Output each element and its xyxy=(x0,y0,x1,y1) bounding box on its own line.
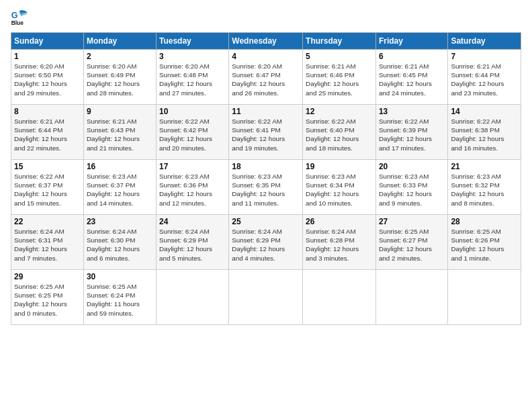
day-info: Sunrise: 6:24 AM Sunset: 6:29 PM Dayligh… xyxy=(232,227,300,263)
day-info: Sunrise: 6:23 AM Sunset: 6:33 PM Dayligh… xyxy=(379,172,445,208)
calendar-cell-day-21: 21Sunrise: 6:23 AM Sunset: 6:32 PM Dayli… xyxy=(448,160,521,215)
day-number: 14 xyxy=(451,107,518,116)
day-info: Sunrise: 6:20 AM Sunset: 6:47 PM Dayligh… xyxy=(232,62,300,97)
calendar-cell-day-25: 25Sunrise: 6:24 AM Sunset: 6:29 PM Dayli… xyxy=(229,215,303,270)
day-info: Sunrise: 6:22 AM Sunset: 6:38 PM Dayligh… xyxy=(451,117,518,152)
day-info: Sunrise: 6:24 AM Sunset: 6:29 PM Dayligh… xyxy=(159,227,226,263)
day-number: 21 xyxy=(451,162,518,171)
day-info: Sunrise: 6:23 AM Sunset: 6:37 PM Dayligh… xyxy=(87,172,153,208)
calendar-cell-day-20: 20Sunrise: 6:23 AM Sunset: 6:33 PM Dayli… xyxy=(375,160,447,215)
calendar-cell-day-7: 7Sunrise: 6:21 AM Sunset: 6:44 PM Daylig… xyxy=(448,50,521,105)
day-number: 18 xyxy=(232,162,300,171)
calendar-header-row: SundayMondayTuesdayWednesdayThursdayFrid… xyxy=(11,33,521,50)
calendar-header-monday: Monday xyxy=(83,33,156,50)
day-info: Sunrise: 6:21 AM Sunset: 6:46 PM Dayligh… xyxy=(306,62,373,97)
svg-text:Blue: Blue xyxy=(11,19,24,26)
day-number: 24 xyxy=(159,217,226,226)
calendar-week-row: 1Sunrise: 6:20 AM Sunset: 6:50 PM Daylig… xyxy=(11,50,521,105)
day-info: Sunrise: 6:24 AM Sunset: 6:31 PM Dayligh… xyxy=(14,227,81,263)
day-info: Sunrise: 6:23 AM Sunset: 6:32 PM Dayligh… xyxy=(451,172,518,208)
day-info: Sunrise: 6:22 AM Sunset: 6:39 PM Dayligh… xyxy=(379,117,445,152)
day-info: Sunrise: 6:22 AM Sunset: 6:41 PM Dayligh… xyxy=(232,117,300,152)
calendar-header-wednesday: Wednesday xyxy=(229,33,303,50)
day-info: Sunrise: 6:22 AM Sunset: 6:42 PM Dayligh… xyxy=(159,117,226,152)
page-container: G Blue SundayMondayTuesdayWednesdayThurs… xyxy=(0,0,532,330)
day-info: Sunrise: 6:21 AM Sunset: 6:45 PM Dayligh… xyxy=(379,62,445,97)
calendar-cell-empty xyxy=(303,270,376,325)
day-info: Sunrise: 6:25 AM Sunset: 6:25 PM Dayligh… xyxy=(14,282,81,318)
day-info: Sunrise: 6:25 AM Sunset: 6:26 PM Dayligh… xyxy=(451,227,518,263)
calendar-cell-day-8: 8Sunrise: 6:21 AM Sunset: 6:44 PM Daylig… xyxy=(11,105,84,160)
day-number: 27 xyxy=(379,217,445,226)
day-number: 19 xyxy=(306,162,373,171)
day-info: Sunrise: 6:23 AM Sunset: 6:35 PM Dayligh… xyxy=(232,172,300,208)
day-number: 2 xyxy=(87,52,153,61)
calendar-cell-day-24: 24Sunrise: 6:24 AM Sunset: 6:29 PM Dayli… xyxy=(156,215,228,270)
day-info: Sunrise: 6:21 AM Sunset: 6:44 PM Dayligh… xyxy=(451,62,518,97)
calendar-cell-day-12: 12Sunrise: 6:22 AM Sunset: 6:40 PM Dayli… xyxy=(303,105,376,160)
day-number: 5 xyxy=(306,52,373,61)
calendar-cell-day-28: 28Sunrise: 6:25 AM Sunset: 6:26 PM Dayli… xyxy=(448,215,521,270)
day-info: Sunrise: 6:20 AM Sunset: 6:49 PM Dayligh… xyxy=(87,62,153,97)
day-number: 11 xyxy=(232,107,300,116)
day-number: 29 xyxy=(14,272,81,281)
calendar-week-row: 22Sunrise: 6:24 AM Sunset: 6:31 PM Dayli… xyxy=(11,215,521,270)
calendar-cell-day-14: 14Sunrise: 6:22 AM Sunset: 6:38 PM Dayli… xyxy=(448,105,521,160)
calendar-cell-day-29: 29Sunrise: 6:25 AM Sunset: 6:25 PM Dayli… xyxy=(11,270,84,325)
day-number: 23 xyxy=(87,217,153,226)
day-number: 20 xyxy=(379,162,445,171)
calendar-cell-day-27: 27Sunrise: 6:25 AM Sunset: 6:27 PM Dayli… xyxy=(375,215,447,270)
day-info: Sunrise: 6:25 AM Sunset: 6:27 PM Dayligh… xyxy=(379,227,445,263)
day-number: 4 xyxy=(232,52,300,61)
calendar-header-sunday: Sunday xyxy=(11,33,84,50)
day-number: 25 xyxy=(232,217,300,226)
day-number: 6 xyxy=(379,52,445,61)
logo-icon: G Blue xyxy=(11,8,30,27)
day-number: 16 xyxy=(87,162,153,171)
day-number: 17 xyxy=(159,162,226,171)
calendar-table: SundayMondayTuesdayWednesdayThursdayFrid… xyxy=(11,32,521,325)
calendar-cell-day-15: 15Sunrise: 6:22 AM Sunset: 6:37 PM Dayli… xyxy=(11,160,84,215)
calendar-cell-day-18: 18Sunrise: 6:23 AM Sunset: 6:35 PM Dayli… xyxy=(229,160,303,215)
calendar-cell-day-2: 2Sunrise: 6:20 AM Sunset: 6:49 PM Daylig… xyxy=(83,50,156,105)
day-number: 30 xyxy=(87,272,153,281)
day-info: Sunrise: 6:23 AM Sunset: 6:36 PM Dayligh… xyxy=(159,172,226,208)
calendar-cell-day-3: 3Sunrise: 6:20 AM Sunset: 6:48 PM Daylig… xyxy=(156,50,228,105)
day-info: Sunrise: 6:22 AM Sunset: 6:40 PM Dayligh… xyxy=(306,117,373,152)
calendar-header-friday: Friday xyxy=(375,33,447,50)
calendar-cell-day-9: 9Sunrise: 6:21 AM Sunset: 6:43 PM Daylig… xyxy=(83,105,156,160)
calendar-week-row: 8Sunrise: 6:21 AM Sunset: 6:44 PM Daylig… xyxy=(11,105,521,160)
calendar-cell-day-5: 5Sunrise: 6:21 AM Sunset: 6:46 PM Daylig… xyxy=(303,50,376,105)
day-number: 7 xyxy=(451,52,518,61)
calendar-cell-empty xyxy=(156,270,228,325)
day-info: Sunrise: 6:21 AM Sunset: 6:44 PM Dayligh… xyxy=(14,117,81,152)
calendar-cell-day-22: 22Sunrise: 6:24 AM Sunset: 6:31 PM Dayli… xyxy=(11,215,84,270)
calendar-cell-day-17: 17Sunrise: 6:23 AM Sunset: 6:36 PM Dayli… xyxy=(156,160,228,215)
day-info: Sunrise: 6:25 AM Sunset: 6:24 PM Dayligh… xyxy=(87,282,153,318)
calendar-cell-day-26: 26Sunrise: 6:24 AM Sunset: 6:28 PM Dayli… xyxy=(303,215,376,270)
calendar-cell-day-10: 10Sunrise: 6:22 AM Sunset: 6:42 PM Dayli… xyxy=(156,105,228,160)
day-info: Sunrise: 6:20 AM Sunset: 6:50 PM Dayligh… xyxy=(14,62,81,97)
day-number: 28 xyxy=(451,217,518,226)
calendar-cell-day-23: 23Sunrise: 6:24 AM Sunset: 6:30 PM Dayli… xyxy=(83,215,156,270)
day-info: Sunrise: 6:20 AM Sunset: 6:48 PM Dayligh… xyxy=(159,62,226,97)
calendar-cell-empty xyxy=(375,270,447,325)
svg-text:G: G xyxy=(11,11,18,20)
calendar-header-tuesday: Tuesday xyxy=(156,33,228,50)
calendar-week-row: 15Sunrise: 6:22 AM Sunset: 6:37 PM Dayli… xyxy=(11,160,521,215)
day-number: 12 xyxy=(306,107,373,116)
day-number: 26 xyxy=(306,217,373,226)
day-info: Sunrise: 6:23 AM Sunset: 6:34 PM Dayligh… xyxy=(306,172,373,208)
day-number: 9 xyxy=(87,107,153,116)
calendar-cell-empty xyxy=(229,270,303,325)
header-row: G Blue xyxy=(11,8,521,27)
calendar-header-saturday: Saturday xyxy=(448,33,521,50)
day-number: 13 xyxy=(379,107,445,116)
day-number: 8 xyxy=(14,107,81,116)
day-info: Sunrise: 6:22 AM Sunset: 6:37 PM Dayligh… xyxy=(14,172,81,208)
calendar-cell-day-11: 11Sunrise: 6:22 AM Sunset: 6:41 PM Dayli… xyxy=(229,105,303,160)
calendar-cell-day-4: 4Sunrise: 6:20 AM Sunset: 6:47 PM Daylig… xyxy=(229,50,303,105)
calendar-cell-day-16: 16Sunrise: 6:23 AM Sunset: 6:37 PM Dayli… xyxy=(83,160,156,215)
calendar-header-thursday: Thursday xyxy=(303,33,376,50)
calendar-cell-empty xyxy=(448,270,521,325)
